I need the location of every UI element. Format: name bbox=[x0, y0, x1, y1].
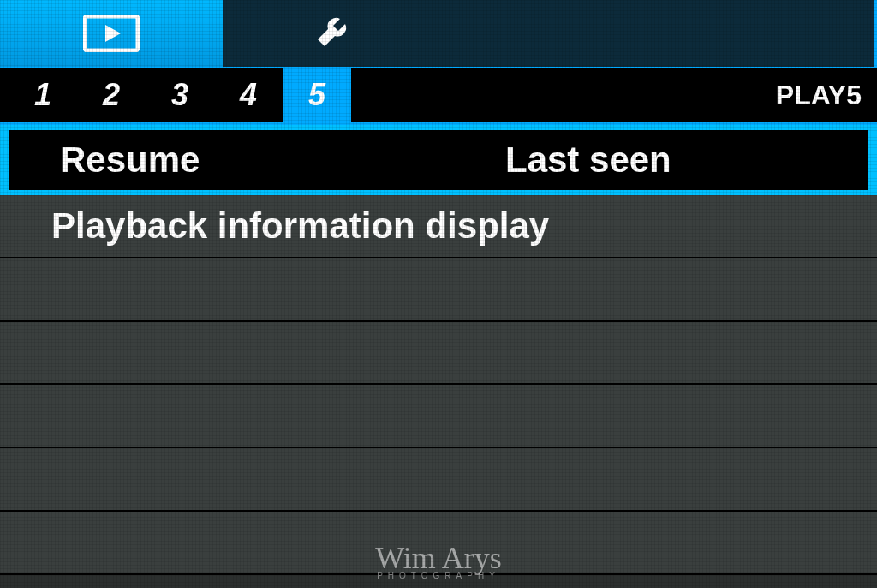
watermark-sub: PHOTOGRAPHY bbox=[375, 572, 502, 579]
tab-playback[interactable] bbox=[0, 0, 223, 67]
menu-label: Resume bbox=[60, 140, 200, 181]
watermark-name: Wim Arys bbox=[375, 541, 502, 575]
menu-row-resume[interactable]: Resume Last seen bbox=[0, 125, 877, 195]
page-2[interactable]: 2 bbox=[77, 77, 146, 113]
watermark: Wim Arys PHOTOGRAPHY bbox=[375, 544, 502, 579]
menu-row-empty bbox=[0, 322, 877, 385]
menu-row-empty bbox=[0, 258, 877, 322]
menu-row-empty bbox=[0, 448, 877, 512]
top-tab-bar bbox=[0, 0, 877, 68]
wrench-icon bbox=[314, 14, 354, 53]
page-5[interactable]: 5 bbox=[283, 68, 351, 122]
page-4[interactable]: 4 bbox=[214, 77, 283, 113]
svg-marker-1 bbox=[105, 25, 121, 42]
menu-row-playback-info[interactable]: Playback information display bbox=[0, 195, 877, 258]
menu-value: Last seen bbox=[505, 140, 671, 181]
playback-icon bbox=[83, 15, 140, 52]
page-1[interactable]: 1 bbox=[9, 77, 77, 113]
tab-settings[interactable] bbox=[223, 0, 445, 67]
page-label: PLAY5 bbox=[776, 68, 862, 122]
menu-label: Playback information display bbox=[51, 205, 549, 246]
page-number-bar: 1 2 3 4 5 PLAY5 bbox=[0, 68, 877, 125]
menu-list: Resume Last seen Playback information di… bbox=[0, 125, 877, 575]
page-3[interactable]: 3 bbox=[146, 77, 214, 113]
camera-menu-screen: 1 2 3 4 5 PLAY5 Resume Last seen Playbac… bbox=[0, 0, 877, 588]
menu-row-empty bbox=[0, 385, 877, 448]
